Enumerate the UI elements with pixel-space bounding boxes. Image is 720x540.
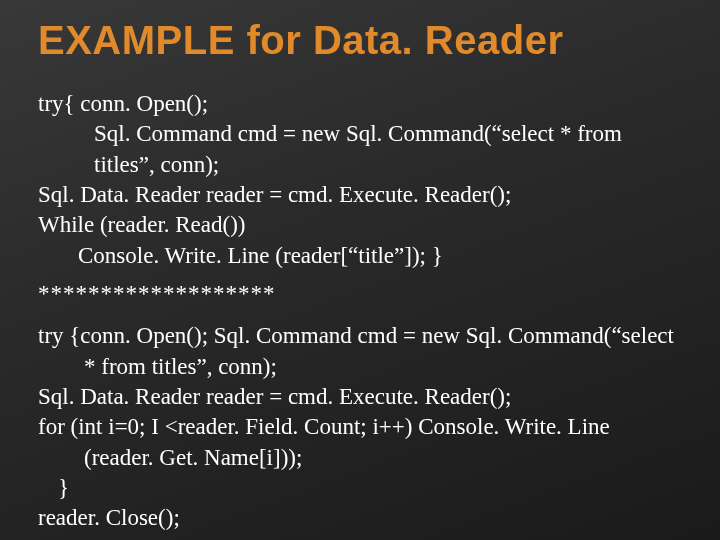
divider-stars: *******************	[38, 281, 682, 307]
code-line: }	[38, 473, 682, 503]
code-line: try{ conn. Open();	[38, 89, 682, 119]
code-line: try {conn. Open(); Sql. Command cmd = ne…	[38, 321, 682, 382]
code-line: Sql. Data. Reader reader = cmd. Execute.…	[38, 180, 682, 210]
slide: EXAMPLE for Data. Reader try{ conn. Open…	[0, 0, 720, 534]
code-line: reader. Close();	[38, 503, 682, 533]
slide-title: EXAMPLE for Data. Reader	[38, 18, 682, 63]
code-line: Console. Write. Line (reader[“title”]); …	[38, 241, 682, 271]
code-block-2: try {conn. Open(); Sql. Command cmd = ne…	[38, 321, 682, 534]
code-line: While (reader. Read())	[38, 210, 682, 240]
code-line: Sql. Data. Reader reader = cmd. Execute.…	[38, 382, 682, 412]
code-line: Sql. Command cmd = new Sql. Command(“sel…	[38, 119, 682, 180]
code-line: for (int i=0; I <reader. Field. Count; i…	[38, 412, 682, 473]
code-block-1: try{ conn. Open(); Sql. Command cmd = ne…	[38, 89, 682, 271]
